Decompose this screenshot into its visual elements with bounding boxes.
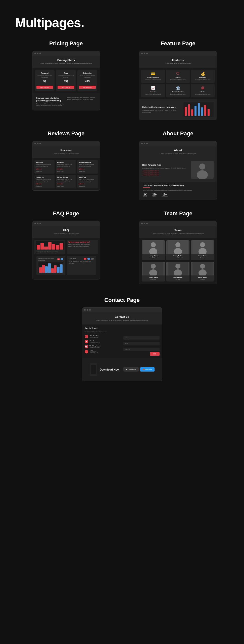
review-title-3: Fast Server [36, 176, 54, 178]
review-card-4: Perfect Design Lorem ipsum dolor sit ame… [56, 175, 76, 188]
faq-question-text: Lorem ipsum dolor sit amet consectetur a… [68, 244, 96, 247]
feature-card-text-2: Lorem ipsum dolor sit amet [192, 79, 213, 81]
svg-rect-6 [204, 105, 206, 116]
faq-card-chart: Lorem ipsum dolor sit amet consectetur [34, 240, 65, 254]
contact-form: SEND [123, 335, 160, 356]
faq-header-title: FAQ [35, 229, 97, 232]
contact-header-title: Contact us [85, 315, 159, 318]
contact-browser: Contact us Lorem ipsum dolor sit amet co… [82, 307, 162, 381]
svg-point-12 [151, 242, 156, 247]
feature-content: Features Lorem ipsum dolor sit amet cons… [139, 56, 217, 120]
download-title: Download Now [100, 368, 120, 371]
pricing-card-team: Team Lorem ipsum dolor sit amet consecte… [56, 70, 76, 91]
team-grid: Lenny Baker CEO Lenny Baker CTO [139, 238, 217, 284]
stat-1: 230 Offices [152, 193, 157, 197]
reviews-grid: Good App Lorem ipsum dolor sit amet cons… [32, 158, 100, 190]
card-title-2: Team [58, 72, 74, 74]
stat-number-0: 2K [143, 193, 147, 196]
dot2 [144, 143, 145, 144]
faq-card-question: What are you looking for? Lorem ipsum do… [67, 240, 98, 254]
feature-card-title-5: Banks [192, 91, 213, 93]
card-title-1: Personal [36, 72, 53, 74]
svg-point-9 [199, 164, 205, 170]
contact-btn-wrapper: SEND [123, 352, 160, 356]
feature-card-text-3: Lorem ipsum dolor sit amet [143, 93, 163, 95]
card-price-3: 49$ [79, 80, 96, 83]
card-btn-2[interactable]: GET STARTED [58, 86, 74, 89]
reviews-browser-bar [32, 141, 100, 146]
contact-email-input[interactable] [123, 342, 160, 345]
badge-red-2: ● [84, 258, 86, 260]
faq-card-2-header: Lorem ipsum dolor sit amet consectetur ●… [38, 258, 63, 261]
chart-bar-1 [37, 245, 40, 250]
dot1 [141, 143, 143, 144]
about-stats-text: Lorem ipsum dolor sit amet consectetur a… [143, 189, 213, 191]
team-role-1: CTO [166, 257, 189, 260]
review-text-4: Lorem ipsum dolor sit amet consectetur a… [57, 179, 75, 182]
faq-card-text: Lorem ipsum dolor sit amet consectetur [36, 251, 64, 253]
pricing-header: Pricing Plans Lorem ipsum dolor sit amet… [32, 56, 100, 68]
pricing-bottom-right: Lorem ipsum dolor sit amet consectetur a… [67, 97, 96, 107]
contact-touch-text: Lorem ipsum dolor sit amet consectetur [85, 331, 160, 333]
contact-message-input[interactable] [123, 348, 160, 351]
contact-value-2: Mon-Fri 9am-6pm [90, 347, 101, 348]
about-check-2: ✔ Lorem ipsum dolor sit amet [142, 174, 188, 176]
contact-browser-bar [82, 308, 162, 312]
contact-row-2-labels: Working Hours Mon-Fri 9am-6pm [90, 345, 101, 348]
about-header: About Lorem ipsum dolor sit amet consect… [139, 146, 217, 158]
hero-title: Multipages. [15, 15, 234, 30]
review-stars-1: ★★★★☆ [57, 168, 75, 170]
bar [51, 268, 54, 272]
feature-card-title-1: Secure [168, 77, 188, 78]
card-text-3: Lorem ipsum dolor sit amet consectetur [79, 75, 96, 78]
dot3 [39, 143, 41, 144]
feature-browser-bar [139, 51, 217, 56]
feature-label: Feature Page [161, 40, 195, 47]
about-label: About Page [163, 130, 193, 137]
contact-row-1-labels: Email info@example.com [90, 340, 101, 343]
card-btn-3[interactable]: GET STARTED [79, 86, 96, 89]
stat-2: 15+ Customers [162, 193, 168, 197]
app-store-btn[interactable]: 🍎 App Store [140, 367, 155, 372]
review-author-4: Maria Chen [57, 185, 75, 187]
feature-card-title-0: Cash Collection [143, 77, 163, 78]
feature-icon-0: 💳 [143, 72, 163, 76]
svg-point-24 [175, 264, 180, 269]
chart-bar-3 [44, 247, 47, 250]
about-hero-title: Best Finance App [142, 164, 188, 166]
pricing-card-personal: Personal Lorem ipsum dolor sit amet cons… [35, 70, 55, 91]
bar [45, 266, 48, 273]
feature-card-title-2: Payments [192, 77, 213, 78]
dot1 [34, 143, 36, 144]
faq-mini-chart [36, 241, 64, 250]
contact-icon-0: 📞 [85, 335, 88, 338]
badge-red: ● [57, 258, 60, 260]
team-name-5: Lenny Baker [191, 275, 214, 278]
dot1 [34, 223, 36, 224]
team-card-1: Lenny Baker CTO [166, 240, 189, 260]
contact-row-0: 📞 Call Number +1 234 567 890 [85, 335, 121, 338]
hero-section: Multipages. [0, 0, 244, 35]
contact-send-btn[interactable]: SEND [150, 352, 160, 356]
review-card-2: Best Finance App Lorem ipsum dolor sit a… [77, 160, 98, 174]
contact-name-input[interactable] [123, 336, 160, 340]
team-name-0: Lenny Baker [142, 254, 165, 257]
dot1 [141, 53, 143, 54]
google-play-btn[interactable]: ▶ Google Play [123, 367, 139, 372]
about-stats-underline [143, 187, 150, 188]
team-card-4: Lenny Baker Manager [166, 262, 189, 281]
card-btn-1[interactable]: GET STARTED [36, 86, 53, 89]
team-browser-bar [139, 221, 217, 226]
feature-card-1: 🛡 Secure Lorem ipsum dolor sit amet [166, 70, 190, 83]
review-stars-3: ★★★★☆ [36, 183, 54, 185]
contact-row-1: ✉ Email info@example.com [85, 340, 121, 343]
review-card-1: Flexibility Lorem ipsum dolor sit amet c… [56, 160, 76, 174]
contact-layout: 📞 Call Number +1 234 567 890 ✉ Email inf… [85, 335, 160, 356]
feature-card-text-0: Lorem ipsum dolor sit amet [143, 79, 163, 81]
about-image [191, 161, 214, 179]
faq-cards: Lorem ipsum dolor sit amet consectetur W… [32, 238, 100, 279]
contact-label: Contact Page [104, 297, 140, 303]
contact-row-3: 📍 Address 123 Street, City [85, 350, 121, 353]
about-stats-title: Over 1300+ Complete work & Still countin… [143, 184, 213, 186]
dot2 [37, 223, 38, 224]
